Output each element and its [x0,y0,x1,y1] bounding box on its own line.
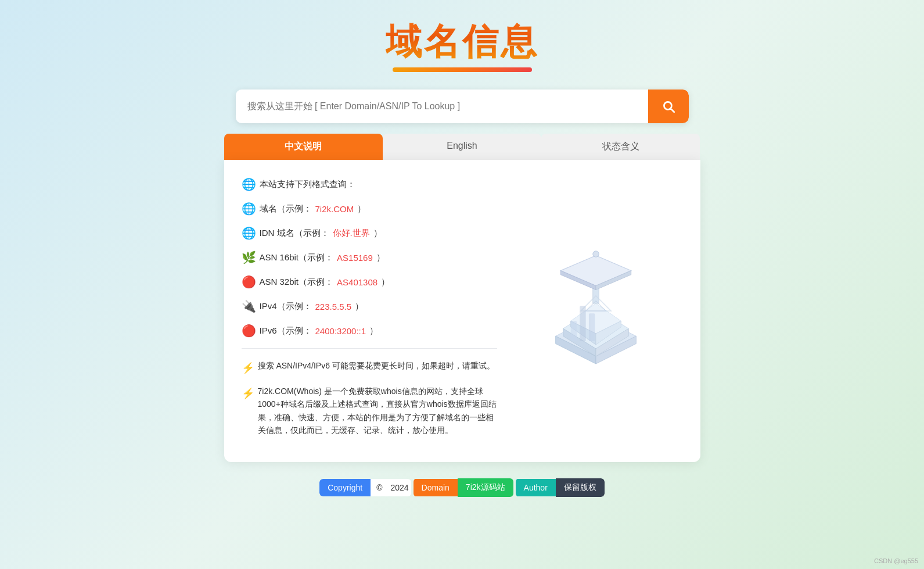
intro-text: 本站支持下列格式查询： [260,179,355,190]
logo-underline [393,67,532,72]
ipv6-suffix: ） [369,325,378,337]
logo-area: 域名信息 [386,17,539,72]
notice1-text: 搜索 ASN/IPv4/IPv6 可能需要花费更长时间，如果超时，请重试。 [258,359,495,372]
ipv6-link[interactable]: 2400:3200::1 [315,326,366,336]
item-ipv4: 🔌 IPv4（示例： 223.5.5.5 ） [242,299,497,313]
asn16-link[interactable]: AS15169 [337,253,373,263]
search-bar [236,90,689,123]
ipv6-label: IPv6（示例： [260,325,312,337]
search-input[interactable] [236,90,648,123]
author-label: Author [516,479,556,496]
idn-icon: 🌐 [242,226,256,240]
domain-icon: 🌐 [242,202,256,216]
asn16-suffix: ） [376,252,385,263]
asn32-suffix: ） [381,277,390,288]
csdn-watermark: CSDN @eg555 [874,557,918,564]
asn16-icon: 🌿 [242,250,256,264]
domain-suffix: ） [357,203,366,214]
isometric-illustration [520,235,671,387]
copyright-year: 2024 [388,479,411,496]
idn-label: IDN 域名（示例： [260,228,329,239]
tabs-container: 中文说明 English 状态含义 [224,134,700,160]
author-value: 保留版权 [556,478,605,497]
notice2: ⚡ 7i2k.COM(Whois) 是一个免费获取whois信息的网站，支持全球… [242,385,497,437]
asn32-label: ASN 32bit（示例： [260,277,334,288]
notice1-icon: ⚡ [242,360,254,377]
illustration-area [509,177,683,445]
asn32-link[interactable]: AS401308 [337,277,377,287]
ipv4-suffix: ） [355,301,364,312]
tab-chinese[interactable]: 中文说明 [224,134,383,160]
notice1: ⚡ 搜索 ASN/IPv4/IPv6 可能需要花费更长时间，如果超时，请重试。 [242,359,497,377]
author-group: Author 保留版权 [516,478,605,497]
intro-line: 🌐 本站支持下列格式查询： [242,177,497,191]
ipv4-label: IPv4（示例： [260,301,312,312]
copyright-group: Copyright © 2024 [319,479,411,496]
domain-link[interactable]: 7i2k.COM [315,204,354,214]
svg-rect-21 [588,314,594,342]
idn-link[interactable]: 你好.世界 [333,228,370,239]
domain-value: 7i2k源码站 [458,478,513,497]
item-asn32: 🔴 ASN 32bit（示例： AS401308 ） [242,275,497,289]
asn32-icon: 🔴 [242,275,256,289]
main-card: 🌐 本站支持下列格式查询： 🌐 域名（示例： 7i2k.COM ） 🌐 IDN … [224,160,700,462]
item-idn: 🌐 IDN 域名（示例： 你好.世界 ） [242,226,497,240]
ipv4-icon: 🔌 [242,299,256,313]
search-button[interactable] [648,90,689,123]
tab-status[interactable]: 状态含义 [541,134,700,160]
divider [242,348,497,349]
intro-icon: 🌐 [242,177,256,191]
notice2-text: 7i2k.COM(Whois) 是一个免费获取whois信息的网站，支持全球10… [258,385,497,437]
svg-point-16 [592,251,598,257]
domain-group: Domain 7i2k源码站 [414,478,513,497]
footer: Copyright © 2024 Domain 7i2k源码站 Author 保… [318,478,606,497]
domain-label: Domain [414,479,458,496]
asn16-label: ASN 16bit（示例： [260,252,334,263]
search-icon [661,99,676,114]
logo-text: 域名信息 [386,17,539,66]
ipv6-icon: 🔴 [242,324,256,338]
ipv4-link[interactable]: 223.5.5.5 [315,302,352,312]
item-asn16: 🌿 ASN 16bit（示例： AS15169 ） [242,250,497,264]
svg-marker-13 [560,256,631,286]
domain-label: 域名（示例： [260,203,312,214]
svg-rect-19 [570,321,576,342]
tab-english[interactable]: English [383,134,541,160]
copyright-label: Copyright [319,479,371,496]
idn-suffix: ） [373,228,382,239]
notice2-icon: ⚡ [242,385,254,402]
svg-rect-20 [580,306,585,342]
item-ipv6: 🔴 IPv6（示例： 2400:3200::1 ） [242,324,497,338]
copyright-symbol: © [371,479,388,496]
item-domain: 🌐 域名（示例： 7i2k.COM ） [242,202,497,216]
content-left: 🌐 本站支持下列格式查询： 🌐 域名（示例： 7i2k.COM ） 🌐 IDN … [242,177,497,445]
